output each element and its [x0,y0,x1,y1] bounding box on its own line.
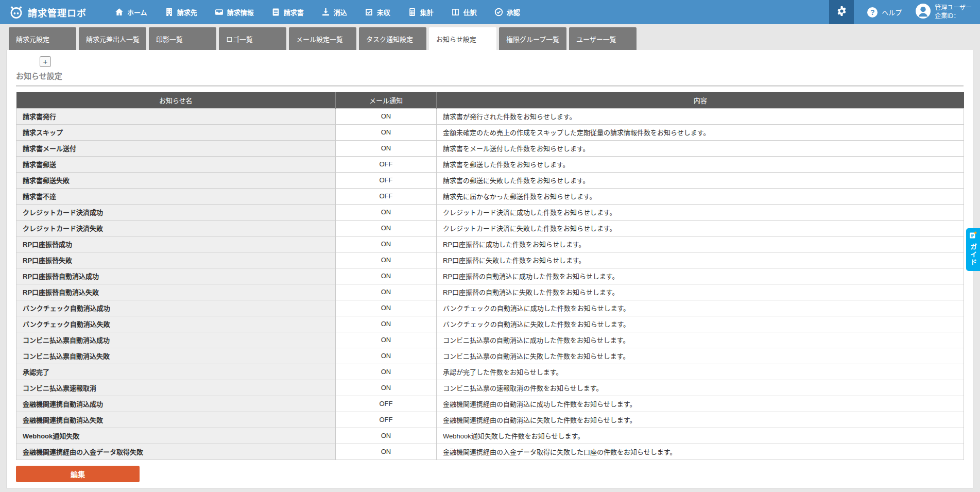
table-row: 請求書郵送失敗 OFF 請求書の郵送に失敗した件数をお知らせします。 [16,172,964,188]
user-role: 管理ユーザー [935,4,972,11]
nav-item-label: 請求書 [284,7,304,17]
nav-item-label: 承認 [507,7,520,17]
notification-name: クレジットカード決済成功 [16,204,336,220]
user-menu[interactable]: 管理ユーザー 企業ID： [915,3,980,21]
notification-description: コンビニ払込票の自動消込に成功した件数をお知らせします。 [437,332,964,348]
table-row: クレジットカード決済成功 ON クレジットカード決済に成功した件数をお知らせしま… [16,204,964,220]
tab-label: タスク通知設定 [366,34,413,44]
nav-item[interactable]: 請求書 [263,0,313,24]
table-row: RP口座振替自動消込失敗 ON RP口座振替の自動消込に失敗した件数をお知らせし… [16,284,964,300]
table-header-row: お知らせ名 メール通知 内容 [16,92,964,108]
mail-notification-status: ON [336,268,437,284]
guide-label: ガイド [968,243,978,266]
nav-item[interactable]: 請求情報 [206,0,263,24]
notification-description: RP口座振替の自動消込に成功した件数をお知らせします。 [437,268,964,284]
notification-name: 請求スキップ [16,124,336,140]
table-row: RP口座振替自動消込成功 ON RP口座振替の自動消込に成功した件数をお知らせし… [16,268,964,284]
tab-label: 請求元差出人一覧 [86,34,140,44]
mail-notification-status: ON [336,428,437,444]
nav-item[interactable]: 未収 [356,0,399,24]
settings-tab[interactable]: 請求元設定 [9,27,76,50]
nav-item-label: ホーム [127,7,147,17]
notification-name: RP口座振替自動消込成功 [16,268,336,284]
mail-notification-status: ON [336,348,437,364]
settings-tab[interactable]: 権限グループ一覧 [499,27,566,50]
add-notification-button[interactable]: + [40,56,51,67]
table-row: RP口座振替成功 ON RP口座振替に成功した件数をお知らせします。 [16,236,964,252]
settings-tab[interactable]: お知らせ設定 [429,27,496,50]
nav-right-group: ? ヘルプ 管理ユーザー 企業ID： [829,0,980,24]
nav-item-icon [321,8,330,16]
notification-description: 金融機関連携経由の自動消込に成功した件数をお知らせします。 [437,396,964,412]
page-title: お知らせ設定 [16,70,964,81]
nav-item[interactable]: 承認 [486,0,529,24]
table-row: 金融機関連携自動消込失敗 OFF 金融機関連携経由の自動消込に失敗した件数をお知… [16,412,964,428]
nav-item[interactable]: 消込 [313,0,356,24]
help-icon: ? [867,7,878,18]
notification-description: バンクチェックの自動消込に失敗した件数をお知らせします。 [437,316,964,332]
nav-item[interactable]: 仕訳 [442,0,486,24]
table-row: 金融機関連携自動消込成功 OFF 金融機関連携経由の自動消込に成功した件数をお知… [16,396,964,412]
notification-name: 承認完了 [16,364,336,380]
notification-name: 請求書郵送 [16,156,336,172]
notification-name: コンビニ払込票自動消込失敗 [16,348,336,364]
notification-settings-table: お知らせ名 メール通知 内容 請求書発行 ON 請求書が発行された件数をお知らせ… [16,92,964,460]
nav-item-icon [365,8,373,16]
mail-notification-status: ON [336,316,437,332]
notification-name: コンビニ払込票速報取消 [16,380,336,396]
notification-description: RP口座振替に成功した件数をお知らせします。 [437,236,964,252]
main-menu: ホーム 請求先 請求情報 請求書 消込 [106,0,529,24]
nav-item-icon [451,8,460,16]
settings-tab[interactable]: 請求元差出人一覧 [79,27,146,50]
notification-description: RP口座振替の自動消込に失敗した件数をお知らせします。 [437,284,964,300]
settings-tab[interactable]: メール設定一覧 [289,27,356,50]
notification-description: クレジットカード決済に失敗した件数をお知らせします。 [437,220,964,236]
title-divider [16,85,964,87]
nav-item[interactable]: 請求先 [156,0,206,24]
nav-item-label: 仕訳 [463,7,477,17]
table-row: クレジットカード決済失敗 ON クレジットカード決済に失敗した件数をお知らせしま… [16,220,964,236]
mail-notification-status: ON [336,204,437,220]
settings-tab[interactable]: 印影一覧 [149,27,216,50]
settings-tab[interactable]: ロゴ一覧 [219,27,286,50]
notification-name: バンクチェック自動消込成功 [16,300,336,316]
nav-item-label: 消込 [334,7,347,17]
guide-tab[interactable]: ガイド [966,228,980,271]
settings-tab[interactable]: ユーザー一覧 [569,27,637,50]
notification-name: バンクチェック自動消込失敗 [16,316,336,332]
notification-description: 請求書を郵送した件数をお知らせします。 [437,156,964,172]
mail-notification-status: ON [336,332,437,348]
settings-tab-bar: 請求元設定 請求元差出人一覧 印影一覧 ロゴ一覧 メール設定一覧 タスク通知設定… [0,27,980,50]
settings-tab[interactable]: タスク通知設定 [359,27,426,50]
notification-description: 金額未確定のため売上の作成をスキップした定期従量の請求情報件数をお知らせします。 [437,124,964,140]
mail-notification-status: OFF [336,188,437,204]
table-row: 請求書メール送付 ON 請求書をメール送付した件数をお知らせします。 [16,140,964,156]
top-nav-bar: 請求管理ロボ ホーム 請求先 請求情報 請求書 [0,0,980,24]
notification-description: コンビニ払込票の自動消込に失敗した件数をお知らせします。 [437,348,964,364]
settings-gear-button[interactable] [829,0,854,24]
notification-description: 請求書をメール送付した件数をお知らせします。 [437,140,964,156]
help-button[interactable]: ? ヘルプ [854,0,915,24]
nav-item[interactable]: ホーム [106,0,156,24]
mail-notification-status: OFF [336,156,437,172]
mail-notification-status: ON [336,108,437,124]
tab-label: お知らせ設定 [436,34,476,44]
nav-item[interactable]: 集計 [399,0,442,24]
notification-name: 金融機関連携自動消込失敗 [16,412,336,428]
mail-notification-status: OFF [336,172,437,188]
nav-item-label: 集計 [420,7,434,17]
content-panel: + お知らせ設定 お知らせ名 メール通知 内容 請求書発行 ON 請求書が発行さ… [6,50,973,488]
notification-description: Webhook通知失敗した件数をお知らせします。 [437,428,964,444]
brand-name: 請求管理ロボ [28,6,87,19]
nav-item-icon [165,8,174,16]
notification-name: コンビニ払込票自動消込成功 [16,332,336,348]
notification-name: 金融機関連携経由の入金データ取得失敗 [16,444,336,460]
edit-button[interactable]: 編集 [16,466,140,482]
guide-icon [969,231,977,241]
table-row: バンクチェック自動消込成功 ON バンクチェックの自動消込に成功した件数をお知ら… [16,300,964,316]
app-logo[interactable]: 請求管理ロボ [9,5,87,19]
notification-name: 請求書不達 [16,188,336,204]
notification-description: 請求書の郵送に失敗した件数をお知らせします。 [437,172,964,188]
help-label: ヘルプ [882,7,902,17]
mail-notification-status: ON [336,284,437,300]
